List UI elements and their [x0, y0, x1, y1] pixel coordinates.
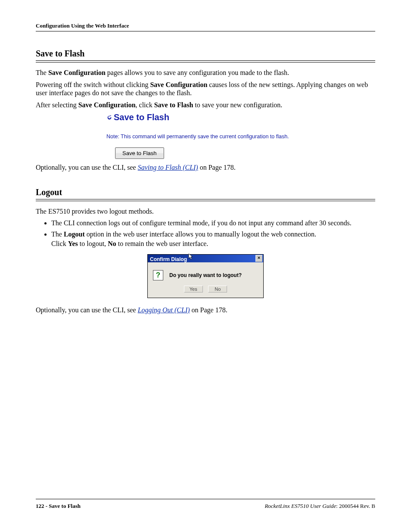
save-to-flash-button[interactable]: Save to Flash: [115, 147, 164, 159]
logout-bullet-list: The CLI connection logs out of configure…: [43, 219, 375, 248]
para-cli-logout: Optionally, you can use the CLI, see Log…: [36, 306, 375, 314]
dialog-titlebar: Confirm Dialog ×: [148, 255, 263, 262]
panel-title-row: Save to Flash: [106, 112, 305, 122]
panel-title: Save to Flash: [114, 112, 169, 122]
section-logout-heading: Logout: [36, 187, 375, 197]
yes-button[interactable]: Yes: [184, 286, 203, 292]
page-header: Configuration Using the Web Interface: [36, 22, 375, 31]
para-cli-save: Optionally, you can use the CLI, see Sav…: [36, 163, 375, 172]
confirm-dialog: Confirm Dialog × ? Do you really want to…: [147, 254, 264, 298]
footer-right: RocketLinx ES7510 User Guide: 2000544 Re…: [265, 503, 375, 510]
para-save-config-intro: The Save Configuration pages allows you …: [36, 68, 375, 77]
question-icon: ?: [153, 270, 163, 280]
close-icon[interactable]: ×: [255, 255, 262, 262]
refresh-icon: [106, 115, 112, 121]
section-save-to-flash-heading: Save to Flash: [36, 49, 375, 59]
page-header-text: Configuration Using the Web Interface: [36, 22, 129, 29]
para-poweroff-warning: Powering off the switch without clicking…: [36, 81, 375, 97]
dialog-title-text: Confirm Dialog: [150, 254, 194, 263]
link-saving-to-flash-cli[interactable]: Saving to Flash (CLI): [138, 164, 198, 171]
footer-left: 122 - Save to Flash: [36, 503, 81, 510]
section-rule-2: [36, 199, 375, 201]
logout-bullet-2-line2: Click Yes to logout, No to remain the we…: [51, 240, 375, 248]
logout-bullet-2: The Logout option in the web user interf…: [51, 230, 375, 248]
para-save-instruction: After selecting Save Configuration, clic…: [36, 101, 375, 109]
save-to-flash-panel: Save to Flash Note: This command will pe…: [106, 112, 305, 159]
no-button[interactable]: No: [208, 286, 227, 292]
link-logging-out-cli[interactable]: Logging Out (CLI): [138, 306, 190, 314]
confirm-dialog-wrap: Confirm Dialog × ? Do you really want to…: [147, 254, 264, 298]
para-logout-intro: The ES7510 provides two logout methods.: [36, 207, 375, 216]
dialog-message: Do you really want to logout?: [169, 272, 242, 278]
page-footer: 122 - Save to Flash RocketLinx ES7510 Us…: [36, 499, 375, 510]
cursor-icon: [188, 253, 194, 262]
dialog-buttons: Yes No: [148, 285, 263, 298]
panel-note: Note: This command will permanently save…: [106, 134, 305, 140]
logout-bullet-1: The CLI connection logs out of configure…: [51, 219, 375, 227]
section-rule: [36, 60, 375, 62]
dialog-body: ? Do you really want to logout?: [148, 262, 263, 285]
